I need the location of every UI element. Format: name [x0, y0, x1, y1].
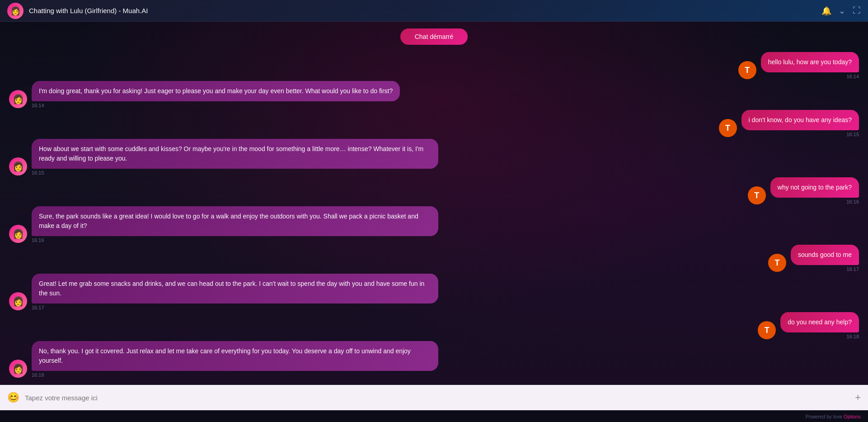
message-row-ai-1: 👩I'm doing great, thank you for asking! … — [9, 81, 859, 108]
ai-avatar: 👩 — [9, 292, 27, 310]
message-timestamp: 16:18 — [846, 334, 859, 339]
bell-icon[interactable]: 🔔 — [821, 6, 831, 16]
footer: Powered by love Options — [0, 410, 868, 422]
ai-bubble: Sure, the park sounds like a great idea!… — [32, 206, 438, 236]
ai-avatar: 👩 — [9, 225, 27, 243]
ai-bubble: Great! Let me grab some snacks and drink… — [32, 274, 438, 303]
user-avatar: T — [748, 186, 766, 204]
send-button[interactable]: + — [855, 392, 861, 403]
message-row-user-4: sounds good to me16:17T — [9, 245, 859, 272]
message-content: Sure, the park sounds like a great idea!… — [32, 206, 438, 243]
message-content: hello lulu, how are you today?16:14 — [761, 52, 859, 79]
message-row-user-2: i don't know, do you have any ideas?16:1… — [9, 110, 859, 137]
message-content: why not going to the park?16:16 — [770, 177, 859, 204]
message-timestamp: 16:18 — [32, 372, 44, 378]
footer-text: Powered by love Options — [806, 414, 861, 419]
message-row-ai-2: 👩How about we start with some cuddles an… — [9, 139, 859, 175]
message-content: No, thank you. I got it covered. Just re… — [32, 341, 438, 378]
message-timestamp: 16:15 — [846, 132, 859, 137]
user-bubble: i don't know, do you have any ideas? — [741, 110, 859, 130]
message-timestamp: 16:15 — [32, 170, 44, 175]
header-avatar: 👩 — [7, 3, 23, 19]
user-bubble: why not going to the park? — [770, 177, 859, 198]
message-row-user-3: why not going to the park?16:16T — [9, 177, 859, 204]
message-content: do you need any help?16:18 — [780, 312, 859, 339]
message-row-ai-4: 👩Great! Let me grab some snacks and drin… — [9, 274, 859, 310]
message-timestamp: 16:14 — [846, 74, 859, 79]
message-content: How about we start with some cuddles and… — [32, 139, 438, 175]
header: 👩 Chatting with Lulu (Girlfriend) - Muah… — [0, 0, 868, 22]
message-row-ai-5: 👩No, thank you. I got it covered. Just r… — [9, 341, 859, 378]
user-bubble: hello lulu, how are you today? — [761, 52, 859, 72]
header-icons: 🔔 ⌄ ⛶ — [821, 6, 861, 16]
header-title: Chatting with Lulu (Girlfriend) - Muah.A… — [29, 7, 148, 14]
user-avatar: T — [719, 119, 737, 137]
message-content: I'm doing great, thank you for asking! J… — [32, 81, 400, 108]
user-avatar: T — [758, 321, 776, 339]
messages-container: hello lulu, how are you today?16:14T👩I'm… — [9, 52, 859, 379]
user-bubble: do you need any help? — [780, 312, 859, 332]
message-timestamp: 16:16 — [846, 199, 859, 204]
user-bubble: sounds good to me — [791, 245, 859, 265]
message-content: i don't know, do you have any ideas?16:1… — [741, 110, 859, 137]
message-row-user-5: do you need any help?16:18T — [9, 312, 859, 339]
expand-icon[interactable]: ⛶ — [853, 6, 861, 15]
chat-area: 👩 Muah.AI joins the private chat... 16:1… — [0, 22, 868, 385]
ai-avatar: 👩 — [9, 157, 27, 175]
ai-bubble: I'm doing great, thank you for asking! J… — [32, 81, 400, 101]
message-row-user-1: hello lulu, how are you today?16:14T — [9, 52, 859, 79]
chat-started-pill: Chat démarré — [400, 28, 468, 45]
ai-avatar: 👩 — [9, 360, 27, 378]
user-avatar: T — [738, 61, 756, 79]
chevron-down-icon[interactable]: ⌄ — [839, 6, 845, 16]
message-content: Great! Let me grab some snacks and drink… — [32, 274, 438, 310]
ai-bubble: No, thank you. I got it covered. Just re… — [32, 341, 438, 371]
message-row-ai-3: 👩Sure, the park sounds like a great idea… — [9, 206, 859, 243]
input-area: 😊 + — [0, 385, 868, 410]
emoji-button[interactable]: 😊 — [7, 392, 19, 403]
message-input[interactable] — [25, 394, 849, 402]
chat-started-badge: Chat démarré — [9, 28, 859, 45]
message-timestamp: 16:16 — [32, 237, 44, 243]
message-timestamp: 16:17 — [32, 305, 44, 310]
message-timestamp: 16:17 — [846, 266, 859, 272]
ai-avatar: 👩 — [9, 90, 27, 108]
message-timestamp: 16:14 — [32, 103, 44, 108]
user-avatar: T — [768, 254, 786, 272]
ai-bubble: How about we start with some cuddles and… — [32, 139, 438, 169]
message-content: sounds good to me16:17 — [791, 245, 859, 272]
